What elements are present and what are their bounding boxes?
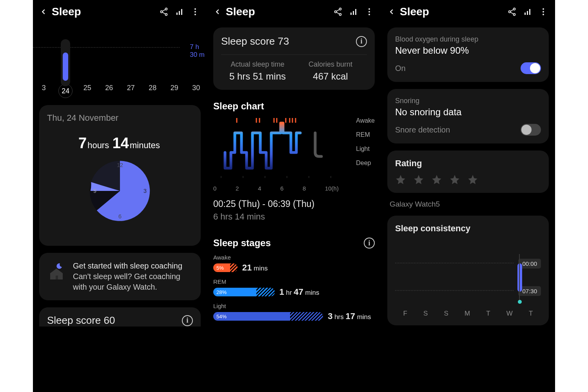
phone-screen-1: Sleep 7 h 30 m 324252627282930 Thu, 24 N… [33, 0, 207, 392]
stage-percent: 54% [216, 314, 227, 319]
weekday-label: F [403, 310, 407, 318]
svg-rect-5 [176, 13, 178, 15]
svg-rect-18 [350, 13, 352, 15]
back-button[interactable] [37, 5, 50, 18]
svg-point-10 [194, 14, 196, 15]
sleep-coaching-card[interactable]: Get started with sleep coaching Can't sl… [39, 253, 201, 300]
sleep-chart-svg [213, 117, 339, 184]
svg-point-47 [543, 8, 544, 10]
page-title: Sleep [400, 5, 429, 18]
calendar-day[interactable]: 29 [166, 84, 183, 98]
calendar-day[interactable]: 26 [100, 84, 118, 98]
info-icon[interactable]: i [356, 36, 367, 47]
snoring-value: No snoring data [395, 107, 541, 118]
week-calendar[interactable]: 7 h 30 m 324252627282930 [33, 31, 207, 98]
snore-detection-label: Snore detection [395, 125, 450, 134]
svg-point-49 [543, 14, 544, 15]
consistency-title: Sleep consistency [395, 223, 541, 234]
sleep-duration: 7hours 14minutes [47, 135, 193, 152]
app-header: Sleep [33, 0, 207, 24]
bar-chart-icon [523, 7, 532, 16]
phone-screen-3: Sleep Blood oxygen during sleep Never be… [381, 0, 555, 392]
stage-name: REM [213, 278, 375, 285]
page-title: Sleep [226, 5, 255, 18]
clock-12: 12 [117, 162, 123, 168]
svg-point-48 [543, 11, 544, 13]
star-icon[interactable] [431, 174, 442, 185]
stats-button[interactable] [346, 4, 361, 20]
rating-card: Rating [387, 151, 549, 193]
consistency-bar [517, 263, 522, 292]
svg-line-43 [510, 12, 514, 14]
stage-duration: 3 hrs 17 mins [328, 311, 371, 321]
info-icon[interactable]: i [182, 315, 193, 326]
svg-point-0 [165, 8, 167, 10]
calendar-day[interactable]: 27 [122, 84, 140, 98]
back-button[interactable] [211, 5, 224, 18]
svg-rect-45 [527, 11, 528, 15]
calendar-day[interactable]: 25 [79, 84, 96, 98]
bar-chart-icon [175, 7, 184, 16]
spo2-toggle[interactable] [521, 62, 541, 74]
svg-rect-20 [355, 9, 356, 15]
svg-rect-12 [56, 276, 58, 279]
star-icon[interactable] [467, 174, 478, 185]
back-button[interactable] [385, 5, 398, 18]
more-button[interactable] [535, 4, 551, 20]
bar-chart-icon [349, 7, 358, 16]
stats-button[interactable] [520, 4, 535, 20]
svg-rect-19 [353, 11, 354, 15]
calendar-day[interactable]: 3 [35, 84, 53, 98]
weekday-label: W [506, 310, 513, 318]
now-indicator-icon [518, 300, 522, 304]
svg-rect-6 [179, 11, 180, 15]
stage-bar: 5% [213, 263, 238, 272]
date-label: Thu, 24 November [47, 113, 193, 123]
consistency-chart[interactable]: 00:00 07:30 FSSMTWT [395, 239, 541, 318]
star-icon[interactable] [395, 174, 406, 185]
sleep-score-card-peek[interactable]: Sleep score 60 i [39, 307, 201, 327]
svg-rect-46 [529, 9, 530, 15]
info-icon[interactable]: i [364, 238, 375, 249]
day-summary-card[interactable]: Thu, 24 November 7hours 14minutes 12 [39, 105, 201, 246]
stage-percent: 5% [216, 265, 224, 271]
share-icon [333, 7, 343, 16]
snore-detection-toggle[interactable] [521, 124, 541, 136]
legend-item: REM [356, 131, 375, 138]
share-button[interactable] [156, 4, 172, 20]
share-icon [507, 7, 517, 16]
calendar-day[interactable]: 24 [57, 84, 74, 98]
axis-tick: 0 [213, 185, 216, 192]
more-button[interactable] [361, 4, 377, 20]
share-icon [159, 7, 169, 16]
stage-duration: 1 hr 47 mins [279, 287, 319, 297]
stats-button[interactable] [172, 4, 187, 20]
more-button[interactable] [187, 4, 203, 20]
svg-point-40 [509, 11, 511, 13]
sleep-clock: 12 3 6 9 [89, 160, 151, 222]
star-icon[interactable] [449, 174, 460, 185]
legend-item: Deep [356, 160, 375, 167]
sleep-score-label: Sleep score 60 [47, 314, 115, 327]
share-button[interactable] [330, 4, 346, 20]
svg-line-17 [336, 12, 339, 14]
stage-bar: 54% [213, 312, 323, 321]
share-button[interactable] [504, 4, 520, 20]
star-icon[interactable] [413, 174, 424, 185]
svg-point-39 [514, 8, 515, 10]
svg-rect-7 [181, 9, 182, 15]
weekday-label: T [529, 310, 533, 318]
svg-point-41 [514, 14, 515, 16]
clock-3: 3 [143, 188, 147, 194]
axis-tick: 4 [258, 185, 261, 192]
calendar-day[interactable]: 30 [187, 84, 205, 98]
spo2-toggle-label: On [395, 64, 406, 73]
svg-point-13 [339, 8, 341, 10]
weekday-label: S [423, 310, 428, 318]
svg-point-9 [194, 11, 196, 13]
calendar-day[interactable]: 28 [144, 84, 161, 98]
legend-item: Light [356, 145, 375, 152]
sleep-chart[interactable]: AwakeREMLightDeep [213, 117, 375, 192]
weekday-label: M [465, 310, 470, 318]
phone-screen-2: Sleep Sleep score 73 i Actual sleep time… [207, 0, 381, 392]
